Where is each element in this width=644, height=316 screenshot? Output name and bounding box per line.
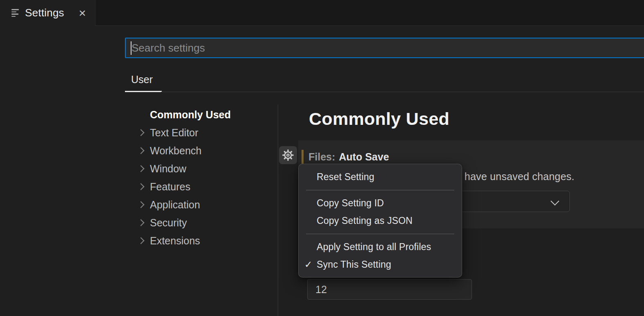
- chevron-right-icon: [138, 129, 145, 136]
- modified-setting-indicator: [302, 150, 304, 164]
- menu-separator: [306, 190, 454, 190]
- toc-item-security[interactable]: Security: [125, 214, 278, 232]
- search-input[interactable]: [125, 38, 644, 58]
- toc-item-application[interactable]: Application: [125, 196, 278, 214]
- setting-category: Files:: [308, 151, 335, 163]
- menu-separator: [306, 234, 454, 234]
- setting-gear-button[interactable]: [279, 146, 297, 164]
- menu-item-copy-setting-as-json[interactable]: Copy Setting as JSON: [299, 212, 462, 230]
- toc-item-commonly-used[interactable]: Commonly Used: [125, 106, 278, 124]
- chevron-right-icon: [138, 183, 145, 190]
- settings-list-icon: [11, 9, 20, 17]
- chevron-right-icon: [138, 237, 145, 244]
- check-icon: ✓: [304, 256, 312, 273]
- tab-title: Settings: [25, 7, 64, 19]
- chevron-right-icon: [138, 147, 145, 154]
- close-icon[interactable]: ×: [76, 7, 88, 19]
- chevron-right-icon: [138, 165, 145, 172]
- chevron-down-icon: [551, 197, 559, 205]
- setting-name: Auto Save: [339, 151, 389, 163]
- font-size-input[interactable]: [307, 279, 472, 300]
- settings-toc: Commonly Used Text Editor Workbench Wind…: [125, 106, 278, 250]
- chevron-right-icon: [138, 201, 145, 208]
- chevron-right-icon: [138, 219, 145, 226]
- section-heading: Commonly Used: [309, 109, 449, 129]
- setting-context-menu: Reset Setting Copy Setting ID Copy Setti…: [298, 164, 462, 278]
- setting-title: Files:Auto Save: [308, 151, 389, 163]
- tab-settings[interactable]: Settings ×: [0, 0, 95, 26]
- menu-item-reset-setting[interactable]: Reset Setting: [299, 168, 462, 186]
- menu-item-label: Sync This Setting: [317, 259, 391, 270]
- gear-icon: [282, 149, 294, 161]
- toc-item-window[interactable]: Window: [125, 160, 278, 178]
- toc-item-features[interactable]: Features: [125, 178, 278, 196]
- text-cursor: [131, 41, 132, 55]
- active-tab-underline: [125, 91, 162, 92]
- toc-item-extensions[interactable]: Extensions: [125, 232, 278, 250]
- toc-item-workbench[interactable]: Workbench: [125, 142, 278, 160]
- tabbar-divider: [161, 92, 644, 92]
- menu-item-apply-setting-to-all-profiles[interactable]: Apply Setting to all Profiles: [299, 238, 462, 256]
- toc-content-divider: [278, 104, 278, 316]
- settings-editor-window: Settings × User Commonly Used Text Edito…: [0, 0, 644, 316]
- menu-item-copy-setting-id[interactable]: Copy Setting ID: [299, 194, 462, 212]
- tab-user-scope[interactable]: User: [131, 74, 153, 86]
- toc-item-text-editor[interactable]: Text Editor: [125, 124, 278, 142]
- menu-item-sync-this-setting[interactable]: ✓Sync This Setting: [299, 256, 462, 273]
- tab-strip: Settings ×: [0, 0, 644, 26]
